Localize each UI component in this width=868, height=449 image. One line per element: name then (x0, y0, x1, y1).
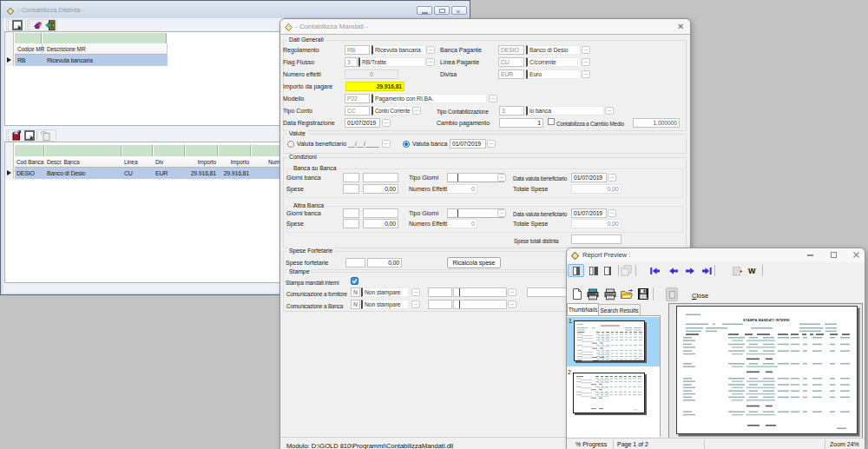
svg-text:STAMPA MANDATI INTERNI: STAMPA MANDATI INTERNI (743, 319, 790, 322)
